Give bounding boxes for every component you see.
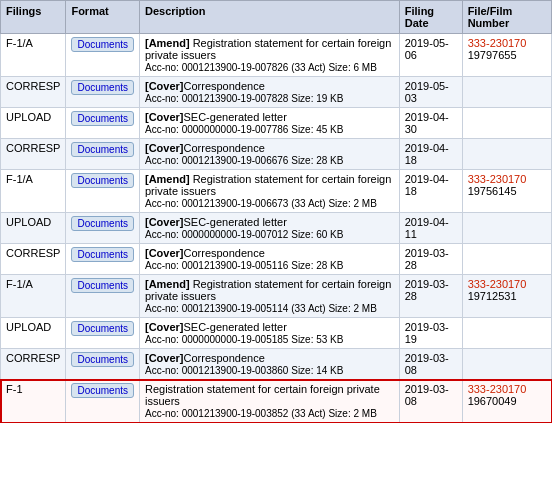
filing-date-cell: 2019-03-28 (399, 244, 462, 275)
file-number-cell (462, 108, 551, 139)
description-prefix: [Cover] (145, 111, 184, 123)
description-cell: [Cover]SEC-generated letterAcc-no: 00000… (139, 318, 399, 349)
filing-type-cell: UPLOAD (1, 318, 66, 349)
documents-button[interactable]: Documents (71, 37, 134, 52)
table-row: CORRESPDocuments[Cover]CorrespondenceAcc… (1, 139, 552, 170)
description-cell: Registration statement for certain forei… (139, 380, 399, 423)
format-cell: Documents (66, 275, 140, 318)
file-number-cell (462, 77, 551, 108)
filing-date-cell: 2019-05-03 (399, 77, 462, 108)
description-meta: Acc-no: 0000000000-19-005185 Size: 53 KB (145, 334, 343, 345)
description-meta: Acc-no: 0001213900-19-007826 (33 Act) Si… (145, 62, 377, 73)
table-row: UPLOADDocuments[Cover]SEC-generated lett… (1, 213, 552, 244)
format-cell: Documents (66, 108, 140, 139)
documents-button[interactable]: Documents (71, 173, 134, 188)
file-number-cell (462, 139, 551, 170)
header-filing-date: Filing Date (399, 1, 462, 34)
header-description: Description (139, 1, 399, 34)
filing-date-cell: 2019-04-30 (399, 108, 462, 139)
description-meta: Acc-no: 0001213900-19-005116 Size: 28 KB (145, 260, 343, 271)
documents-button[interactable]: Documents (71, 111, 134, 126)
description-cell: [Amend] Registration statement for certa… (139, 275, 399, 318)
description-prefix: [Cover] (145, 321, 184, 333)
table-row: F-1/ADocuments[Amend] Registration state… (1, 34, 552, 77)
file-number-cell (462, 349, 551, 380)
file-number-cell (462, 244, 551, 275)
header-format: Format (66, 1, 140, 34)
file-number-link[interactable]: 333-230170 (468, 383, 527, 395)
description-prefix: [Cover] (145, 142, 184, 154)
filing-type-cell: UPLOAD (1, 108, 66, 139)
file-number-cell: 333-23017019756145 (462, 170, 551, 213)
documents-button[interactable]: Documents (71, 352, 134, 367)
table-row: UPLOADDocuments[Cover]SEC-generated lett… (1, 318, 552, 349)
file-number-link[interactable]: 333-230170 (468, 173, 527, 185)
description-meta: Acc-no: 0001213900-19-005114 (33 Act) Si… (145, 303, 377, 314)
filing-type-cell: F-1 (1, 380, 66, 423)
format-cell: Documents (66, 34, 140, 77)
description-prefix: [Cover] (145, 352, 184, 364)
description-cell: [Amend] Registration statement for certa… (139, 170, 399, 213)
file-number-cell (462, 213, 551, 244)
format-cell: Documents (66, 244, 140, 275)
description-cell: [Cover]CorrespondenceAcc-no: 0001213900-… (139, 244, 399, 275)
table-row: F-1/ADocuments[Amend] Registration state… (1, 275, 552, 318)
documents-button[interactable]: Documents (71, 216, 134, 231)
table-row: F-1/ADocuments[Amend] Registration state… (1, 170, 552, 213)
table-row: CORRESPDocuments[Cover]CorrespondenceAcc… (1, 244, 552, 275)
filing-type-cell: CORRESP (1, 349, 66, 380)
documents-button[interactable]: Documents (71, 383, 134, 398)
table-row: F-1DocumentsRegistration statement for c… (1, 380, 552, 423)
description-meta: Acc-no: 0000000000-19-007786 Size: 45 KB (145, 124, 343, 135)
documents-button[interactable]: Documents (71, 142, 134, 157)
file-number-cell (462, 318, 551, 349)
filing-type-cell: F-1/A (1, 34, 66, 77)
table-row: CORRESPDocuments[Cover]CorrespondenceAcc… (1, 349, 552, 380)
documents-button[interactable]: Documents (71, 247, 134, 262)
description-cell: [Amend] Registration statement for certa… (139, 34, 399, 77)
description-meta: Acc-no: 0001213900-19-003852 (33 Act) Si… (145, 408, 377, 419)
documents-button[interactable]: Documents (71, 278, 134, 293)
description-cell: [Cover]CorrespondenceAcc-no: 0001213900-… (139, 349, 399, 380)
file-number-cell: 333-23017019670049 (462, 380, 551, 423)
table-row: CORRESPDocuments[Cover]CorrespondenceAcc… (1, 77, 552, 108)
header-filings: Filings (1, 1, 66, 34)
filing-type-cell: CORRESP (1, 244, 66, 275)
description-prefix: [Cover] (145, 216, 184, 228)
file-number-link[interactable]: 333-230170 (468, 278, 527, 290)
filing-date-cell: 2019-04-18 (399, 139, 462, 170)
description-prefix: [Cover] (145, 247, 184, 259)
format-cell: Documents (66, 318, 140, 349)
format-cell: Documents (66, 213, 140, 244)
filing-type-cell: UPLOAD (1, 213, 66, 244)
table-row: UPLOADDocuments[Cover]SEC-generated lett… (1, 108, 552, 139)
filing-date-cell: 2019-03-08 (399, 380, 462, 423)
file-number-cell: 333-23017019797655 (462, 34, 551, 77)
filing-type-cell: CORRESP (1, 77, 66, 108)
documents-button[interactable]: Documents (71, 321, 134, 336)
format-cell: Documents (66, 139, 140, 170)
filing-date-cell: 2019-05-06 (399, 34, 462, 77)
description-meta: Acc-no: 0001213900-19-006673 (33 Act) Si… (145, 198, 377, 209)
description-prefix: [Amend] (145, 278, 190, 290)
documents-button[interactable]: Documents (71, 80, 134, 95)
description-meta: Acc-no: 0001213900-19-006676 Size: 28 KB (145, 155, 343, 166)
description-cell: [Cover]CorrespondenceAcc-no: 0001213900-… (139, 77, 399, 108)
format-cell: Documents (66, 170, 140, 213)
filing-date-cell: 2019-03-28 (399, 275, 462, 318)
header-file-number: File/Film Number (462, 1, 551, 34)
description-cell: [Cover]SEC-generated letterAcc-no: 00000… (139, 108, 399, 139)
description-meta: Acc-no: 0000000000-19-007012 Size: 60 KB (145, 229, 343, 240)
description-cell: [Cover]CorrespondenceAcc-no: 0001213900-… (139, 139, 399, 170)
filing-type-cell: F-1/A (1, 275, 66, 318)
filing-type-cell: CORRESP (1, 139, 66, 170)
description-prefix: [Amend] (145, 173, 190, 185)
description-prefix: [Cover] (145, 80, 184, 92)
file-number-cell: 333-23017019712531 (462, 275, 551, 318)
format-cell: Documents (66, 380, 140, 423)
description-meta: Acc-no: 0001213900-19-007828 Size: 19 KB (145, 93, 343, 104)
filing-date-cell: 2019-04-18 (399, 170, 462, 213)
file-number-link[interactable]: 333-230170 (468, 37, 527, 49)
description-prefix: [Amend] (145, 37, 190, 49)
description-cell: [Cover]SEC-generated letterAcc-no: 00000… (139, 213, 399, 244)
